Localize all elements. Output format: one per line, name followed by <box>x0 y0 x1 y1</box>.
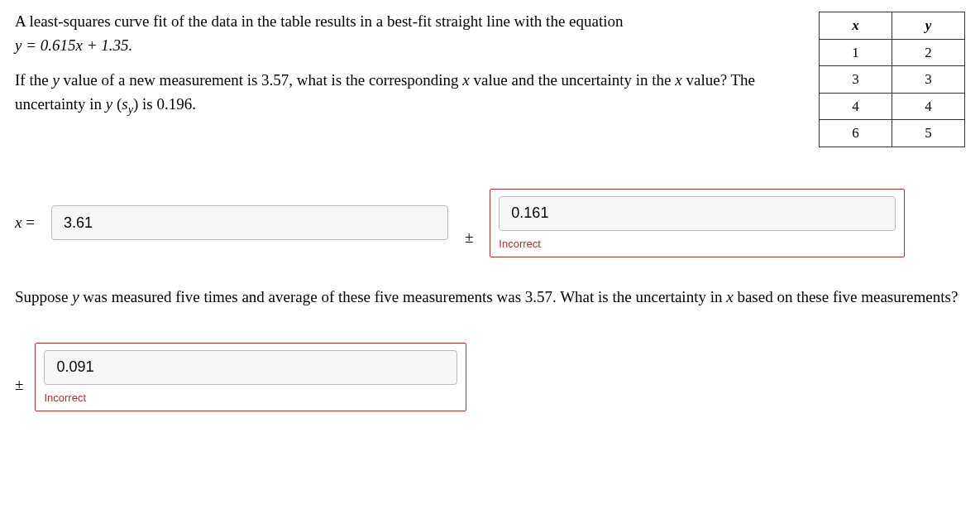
problem-statement: A least-squares curve fit of the data in… <box>15 10 799 130</box>
table-row: 12 <box>820 39 965 66</box>
x-equals-label: x = <box>15 211 35 235</box>
table-row: 65 <box>820 120 965 147</box>
problem-part2: Suppose y was measured five times and av… <box>15 286 965 310</box>
plus-minus-symbol: ± <box>465 226 473 258</box>
incorrect-label: Incorrect <box>44 390 457 406</box>
x-value-block: 3.61 <box>51 205 448 240</box>
table-row: 33 <box>820 66 965 94</box>
problem-line1: A least-squares curve fit of the data in… <box>15 12 624 30</box>
x-uncertainty-block: 0.161 Incorrect <box>490 189 905 258</box>
plus-minus-symbol: ± <box>15 373 23 412</box>
x-uncertainty-five-input[interactable]: 0.091 <box>44 350 457 385</box>
data-table: x y 12 33 44 65 <box>819 12 965 147</box>
incorrect-label: Incorrect <box>499 236 896 252</box>
x-uncertainty-input[interactable]: 0.161 <box>499 196 896 231</box>
table-head-y: y <box>892 12 965 40</box>
x-uncertainty-five-block: 0.091 Incorrect <box>35 343 466 412</box>
best-fit-equation: y = 0.615x + 1.35. <box>15 36 132 54</box>
table-row: 44 <box>820 93 965 120</box>
table-head-x: x <box>820 12 892 40</box>
x-value-input[interactable]: 3.61 <box>51 205 448 240</box>
